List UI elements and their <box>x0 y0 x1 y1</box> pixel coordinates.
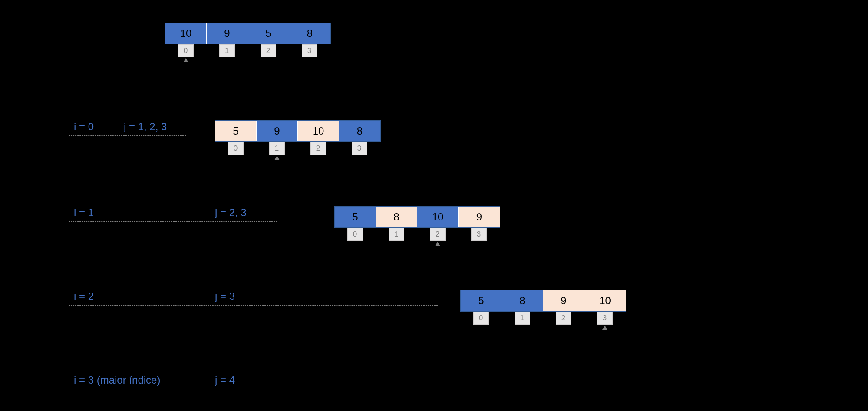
j-label: j = 4 <box>215 374 235 386</box>
arrow-up-icon <box>274 156 280 160</box>
index-label: 1 <box>515 312 530 325</box>
array-cells: 5 8 9 10 <box>460 290 626 312</box>
arrow-up-icon <box>435 242 440 246</box>
arrow-up-icon <box>602 326 607 330</box>
pointer-arrow <box>605 329 605 389</box>
index-label: 3 <box>302 44 317 57</box>
index-label: 0 <box>347 228 363 241</box>
i-label: i = 3 (maior índice) <box>74 374 160 386</box>
index-label: 3 <box>471 228 487 241</box>
array-cells: 5 9 10 8 <box>215 120 381 142</box>
array-state-0: 10 9 5 8 0 1 2 3 <box>165 23 331 57</box>
array-cell: 5 <box>335 207 376 227</box>
array-cell: 10 <box>298 121 339 141</box>
i-label: i = 0 <box>74 121 94 133</box>
index-label: 2 <box>261 44 276 57</box>
j-label: j = 1, 2, 3 <box>124 121 167 133</box>
array-indices: 0 1 2 3 <box>215 142 381 155</box>
step-divider <box>69 221 277 222</box>
array-cell: 9 <box>257 121 298 141</box>
array-cell: 9 <box>459 207 500 227</box>
array-cell: 10 <box>584 290 626 311</box>
i-label: i = 2 <box>74 290 94 302</box>
array-indices: 0 1 2 3 <box>165 44 331 57</box>
array-cell: 10 <box>165 23 207 44</box>
step-divider <box>69 135 186 136</box>
step-divider <box>69 305 438 306</box>
index-label: 2 <box>556 312 571 325</box>
index-label: 3 <box>597 312 613 325</box>
array-cell: 8 <box>376 207 417 227</box>
array-cells: 10 9 5 8 <box>165 23 331 44</box>
array-indices: 0 1 2 3 <box>460 312 626 325</box>
array-cell: 5 <box>215 121 257 141</box>
array-cells: 5 8 10 9 <box>334 206 500 228</box>
array-cell: 9 <box>543 290 584 311</box>
array-state-2: 5 8 10 9 0 1 2 3 <box>334 206 500 241</box>
index-label: 1 <box>269 142 285 155</box>
array-indices: 0 1 2 3 <box>334 228 500 241</box>
array-cell: 8 <box>339 121 380 141</box>
array-cell: 5 <box>461 290 502 311</box>
pointer-arrow <box>186 62 186 135</box>
index-label: 0 <box>473 312 489 325</box>
array-state-1: 5 9 10 8 0 1 2 3 <box>215 120 381 155</box>
index-label: 3 <box>352 142 367 155</box>
array-cell: 9 <box>207 23 248 44</box>
index-label: 2 <box>310 142 326 155</box>
index-label: 1 <box>389 228 404 241</box>
j-label: j = 2, 3 <box>215 207 247 219</box>
index-label: 0 <box>228 142 244 155</box>
array-cell: 10 <box>417 207 459 227</box>
pointer-arrow <box>277 159 277 221</box>
index-label: 2 <box>430 228 446 241</box>
array-state-3: 5 8 9 10 0 1 2 3 <box>460 290 626 325</box>
diagram-stage: 10 9 5 8 0 1 2 3 5 9 10 8 0 1 2 3 5 8 <box>0 0 868 411</box>
index-label: 1 <box>219 44 235 57</box>
pointer-arrow <box>438 245 438 305</box>
arrow-up-icon <box>183 58 188 62</box>
i-label: i = 1 <box>74 207 94 219</box>
index-label: 0 <box>178 44 194 57</box>
array-cell: 8 <box>289 23 330 44</box>
array-cell: 5 <box>248 23 289 44</box>
j-label: j = 3 <box>215 290 235 302</box>
array-cell: 8 <box>502 290 543 311</box>
step-divider <box>69 389 605 389</box>
